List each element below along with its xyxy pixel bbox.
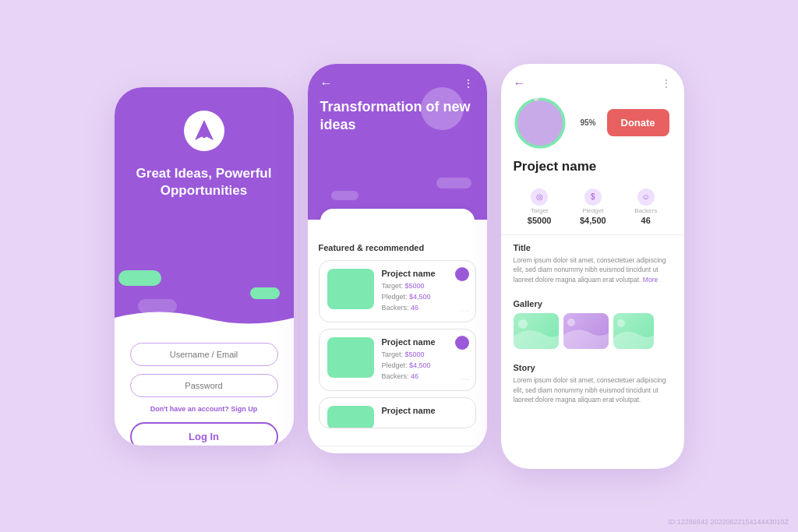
title-block-text: Lorem ipsum dolor sit amet, consectetuer… (514, 255, 672, 285)
search-icon: ● (331, 215, 337, 220)
card-avatar-2 (455, 336, 469, 350)
gallery-images-row (514, 313, 672, 349)
phones-container: Great Ideas, Powerful Opportunities Don'… (99, 48, 700, 484)
target-icon: ◎ (531, 188, 548, 206)
search-placeholder-text: ● ● ● (344, 217, 364, 220)
card-title-3: Project name (382, 406, 468, 415)
svg-point-1 (202, 133, 207, 138)
wave-divider (115, 306, 294, 329)
detail-back-icon[interactable]: ← (514, 76, 526, 90)
donate-button[interactable]: Donate (607, 109, 669, 136)
title-block-heading: Title (514, 243, 672, 252)
bottom-nav-bar: ⌂ ☷ ☺ (308, 446, 487, 453)
grid-icon[interactable]: ☷ (389, 453, 400, 453)
stats-row: ◎ Target $5000 $ Pledget $4,500 ☺ Backer… (501, 182, 684, 235)
project-card-1[interactable]: Project name Target: $5000 Pledget: $4,5… (319, 260, 476, 322)
back-arrow-icon[interactable]: ← (320, 76, 333, 90)
page-watermark: ID:12286942 2022062215414443010Z (668, 518, 789, 526)
gallery-heading: Gallery (514, 299, 672, 308)
card-image-1 (327, 269, 374, 309)
login-bottom-section: Don't have an account? Sign Up Log In f … (115, 329, 294, 446)
explore-content: Featured & recommended Project name Targ… (308, 220, 487, 446)
svg-point-5 (567, 319, 575, 326)
gallery-block: Gallery (501, 291, 684, 349)
hero-cloud-2 (331, 191, 358, 200)
svg-point-4 (518, 319, 528, 329)
stat-backers: ☺ Backers 46 (634, 188, 657, 225)
gallery-image-3 (613, 313, 654, 349)
target-label: Target (531, 207, 548, 214)
project-top-row: 95% Donate (501, 97, 684, 159)
hero-cloud-1 (436, 178, 471, 188)
detail-header-row: ← ⋮ (501, 64, 684, 97)
title-more-link[interactable]: More (643, 276, 658, 284)
pledget-icon: $ (584, 188, 602, 206)
card-menu-dots-1[interactable]: ⋮ (461, 307, 469, 315)
card-image-2 (327, 337, 374, 378)
signup-prompt: Don't have an account? Sign Up (150, 405, 258, 413)
card-avatar-1 (455, 267, 469, 281)
card-menu-dots-2[interactable]: ⋮ (461, 375, 469, 384)
login-top-section: Great Ideas, Powerful Opportunities (115, 87, 294, 329)
card-title-1: Project name (382, 269, 468, 278)
stat-pledget: $ Pledget $4,500 (580, 188, 606, 225)
search-bar[interactable]: ● ● ● ● (320, 209, 475, 220)
more-options-icon[interactable]: ⋮ (463, 77, 475, 90)
backers-icon: ☺ (637, 188, 655, 206)
svg-point-6 (617, 319, 625, 327)
story-heading: Story (514, 363, 672, 372)
explore-nav-row: ← ⋮ (320, 76, 475, 90)
featured-section-title: Featured & recommended (319, 243, 476, 252)
pledget-value: $4,500 (580, 216, 606, 225)
stat-target: ◎ Target $5000 (528, 188, 552, 225)
password-input[interactable] (130, 374, 278, 397)
phone-login: Great Ideas, Powerful Opportunities Don'… (115, 87, 294, 446)
explore-top-section: ← ⋮ Transformation of new ideas ● ● ● ● (308, 64, 487, 220)
project-name: Project name (501, 159, 684, 182)
logo-circle (184, 111, 224, 151)
tagline: Great Ideas, Powerful Opportunities (115, 165, 294, 199)
card-title-2: Project name (382, 337, 468, 347)
username-input[interactable] (130, 343, 278, 366)
gallery-image-2 (563, 313, 609, 349)
project-card-2[interactable]: Project name Target: $5000 Pledget: $4,5… (319, 329, 476, 391)
target-value: $5000 (528, 216, 552, 225)
card-image-3 (327, 406, 374, 428)
login-button[interactable]: Log In (130, 422, 278, 446)
card-stats-2: Target: $5000 Pledget: $4,500 Backers: 4… (382, 349, 468, 382)
ring-inner-avatar (517, 100, 563, 146)
project-card-3-partial[interactable]: Project name (319, 397, 476, 428)
title-block: Title Lorem ipsum dolor sit amet, consec… (501, 235, 684, 285)
gallery-image-1 (514, 313, 559, 349)
backers-label: Backers (634, 207, 657, 214)
phone-detail: ← ⋮ 95% Donate Project name ◎ Target $50… (501, 64, 684, 469)
cloud-decoration-1 (118, 270, 161, 286)
cloud-decoration-2 (250, 287, 280, 299)
progress-ring-container (514, 97, 567, 150)
story-block: Story Lorem ipsum dolor sit amet, consec… (501, 355, 684, 405)
backers-value: 46 (641, 216, 651, 225)
card-info-3: Project name (382, 406, 468, 420)
phone-explore: ← ⋮ Transformation of new ideas ● ● ● ● … (308, 64, 487, 453)
card-info-1: Project name Target: $5000 Pledget: $4,5… (382, 269, 468, 314)
story-text: Lorem ipsum dolor sit amet, consectetuer… (514, 375, 672, 405)
progress-percent: 95% (581, 118, 596, 127)
detail-options-icon[interactable]: ⋮ (661, 77, 672, 90)
card-info-2: Project name Target: $5000 Pledget: $4,5… (382, 337, 468, 382)
pledget-label: Pledget (582, 207, 603, 214)
card-stats-1: Target: $5000 Pledget: $4,500 Backers: 4… (382, 280, 468, 314)
hero-title: Transformation of new ideas (320, 98, 475, 135)
